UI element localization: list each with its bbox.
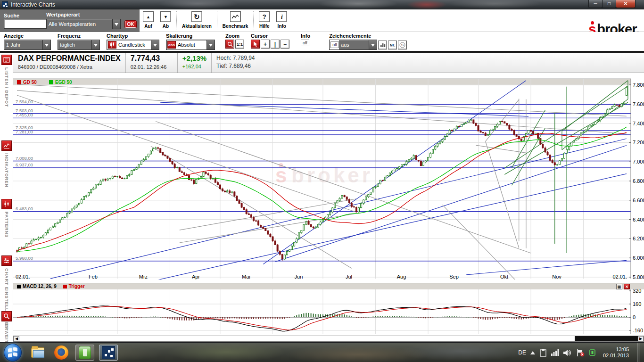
info-toggle[interactable]: off <box>301 40 309 46</box>
network-signal-icon[interactable] <box>551 349 559 356</box>
ab-button[interactable]: ▼Ab <box>157 11 174 29</box>
charts-app-taskbar-icon[interactable] <box>99 345 118 361</box>
indicators-icon <box>1 140 12 151</box>
refresh-icon: ↻ <box>191 11 202 22</box>
toolbar-buttons: ▲Auf▼Ab↻AktualisierenBenchmark?HilfeiInf… <box>140 9 290 32</box>
volume-icon[interactable] <box>563 349 572 356</box>
y-axis-label: 7.800 <box>633 82 644 88</box>
info-button[interactable]: iInfo <box>273 11 290 29</box>
desktop: Interactive Charts ─ □ ✕ Suche Wertpapie… <box>0 0 644 362</box>
scroll-left-arrow[interactable]: ◀ <box>14 336 19 341</box>
news-icon-button[interactable]: N̲E̲ <box>388 41 397 49</box>
cursor-hline-button[interactable]: − <box>281 40 289 49</box>
y-axis-label: 6.400 <box>633 217 644 222</box>
question-icon: ? <box>259 11 270 22</box>
scroll-right-arrow[interactable]: ▶ <box>638 336 644 341</box>
action-center-flag-icon[interactable] <box>576 349 585 357</box>
tray-expand-icon[interactable] <box>530 349 535 354</box>
y-axis-label: 7.600 <box>633 101 644 107</box>
window-title: Interactive Charts <box>11 1 55 8</box>
macd-close-button[interactable]: ✕ <box>624 284 630 289</box>
x-axis-label: 02.01. <box>16 274 30 280</box>
charttyp-dropdown[interactable]: Candlestick <box>107 40 159 50</box>
maximize-button[interactable]: □ <box>602 0 616 8</box>
x-axis-label: Nov <box>552 274 561 280</box>
macd-grid-button[interactable]: ▦ <box>616 284 622 289</box>
frequenz-dropdown[interactable]: täglich <box>58 40 100 50</box>
macd-axis-label: -160 <box>633 328 643 333</box>
y-axis-label: 6.800 <box>633 178 644 184</box>
tray-date: 02.01.2013 <box>603 353 629 359</box>
explorer-taskbar-icon[interactable] <box>28 345 47 361</box>
zoom-magnifier-button[interactable] <box>225 40 234 49</box>
group-zoom: Zoom 1:1 <box>225 33 244 51</box>
ok-button[interactable]: OK <box>124 20 137 28</box>
tray-time: 13:05 <box>603 346 629 353</box>
macd-panel: 3201600-160 <box>13 289 644 335</box>
chart-legend-strip <box>13 79 631 85</box>
instrument-name: DAX PERFORMANCE-INDEX <box>18 54 121 63</box>
firefox-taskbar-icon[interactable] <box>52 345 71 361</box>
anzeige-label: Anzeige <box>4 33 51 39</box>
green-app-taskbar-icon[interactable] <box>75 345 94 361</box>
down-arrow-icon: ▼ <box>160 11 171 22</box>
patterns-icon <box>1 199 12 209</box>
instrument-id: 846900 / DE0008469008 / Xetra <box>18 64 121 70</box>
zeichen-value: aus <box>339 40 369 49</box>
x-axis-label: Jul <box>346 274 352 280</box>
language-indicator[interactable]: DE <box>518 349 526 356</box>
sidebar-item-list-depot[interactable]: LISTEN / DEPOT <box>0 55 13 107</box>
zeichen-off-badge: off <box>330 41 339 48</box>
instrument-price: 7.774,43 <box>131 54 173 63</box>
price-level-label: 7.281,00 <box>16 129 33 134</box>
sidebar-item-indicators[interactable]: INDIKATOREN <box>0 140 13 188</box>
scroll-thumb[interactable] <box>575 336 638 341</box>
x-axis-label: Okt <box>500 274 508 280</box>
toolbar-separator <box>217 11 217 30</box>
anzeige-dropdown[interactable]: 1 Jahr <box>4 40 51 50</box>
svg-text:EGD 50: EGD 50 <box>55 80 72 85</box>
macd-axis-label: 160 <box>633 301 641 307</box>
group-charttyp: Charttyp Candlestick <box>107 33 159 51</box>
hilfe-button[interactable]: ?Hilfe <box>256 11 273 29</box>
toolbar-primary: Suche Wertpapierart Alle Wertpapierarten… <box>0 9 644 32</box>
cursor-cross-button[interactable]: + <box>261 40 270 49</box>
list-depot-icon <box>1 55 12 65</box>
x-axis-label: Sep <box>449 274 459 280</box>
clipboard-icon[interactable] <box>539 348 547 357</box>
volume-bars-icon-button[interactable] <box>378 41 387 49</box>
window-titlebar: Interactive Charts ─ □ ✕ <box>0 0 644 9</box>
aktualisieren-button[interactable]: ↻Aktualisieren <box>179 11 215 29</box>
splits-icon-button[interactable]: S <box>398 41 407 49</box>
zeichenelemente-label: Zeichenelemente <box>329 33 407 39</box>
cursor-arrow-button[interactable] <box>251 40 260 49</box>
show-desktop-button[interactable] <box>637 343 640 362</box>
auf-button[interactable]: ▲Auf <box>140 11 157 29</box>
clock[interactable]: 13:05 02.01.2013 <box>603 346 629 359</box>
chart-settings-icon <box>1 255 12 266</box>
security-type-dropdown[interactable]: Alle Wertpapierarten <box>46 19 121 29</box>
chevron-down-icon <box>151 40 159 49</box>
candlestick-icon <box>108 41 116 49</box>
toolbar-separator <box>253 11 254 30</box>
start-button[interactable] <box>4 344 22 362</box>
macd-canvas[interactable]: 3201600-160 <box>13 289 644 335</box>
zoom-1-1-button[interactable]: 1:1 <box>235 40 244 49</box>
minimize-button[interactable]: ─ <box>588 0 603 8</box>
toolbar-secondary: Anzeige 1 Jahr Frequenz täglich Charttyp <box>0 32 644 51</box>
skalierung-value: Absolut <box>176 40 206 49</box>
chevron-down-icon <box>91 40 99 49</box>
skalierung-dropdown[interactable]: abs Absolut <box>166 40 215 50</box>
cursor-vline-button[interactable]: | <box>271 40 280 49</box>
close-button[interactable]: ✕ <box>616 0 636 8</box>
sidebar-item-patterns[interactable]: PATTERNS <box>0 199 13 238</box>
change-percent: +2,13% <box>182 54 206 62</box>
benchmark-button[interactable]: Benchmark <box>219 11 251 29</box>
svg-text:GD 50: GD 50 <box>23 80 37 85</box>
macd-legend-swatch <box>17 285 21 288</box>
chevron-down-icon <box>42 40 50 49</box>
group-skalierung: Skalierung abs Absolut <box>166 33 215 51</box>
main-chart-canvas[interactable]: sbrokerGD 50EGD 507.594,007.503,007.455,… <box>13 73 644 282</box>
info-icon: i <box>276 11 287 22</box>
green-status-icon[interactable] <box>589 349 596 356</box>
